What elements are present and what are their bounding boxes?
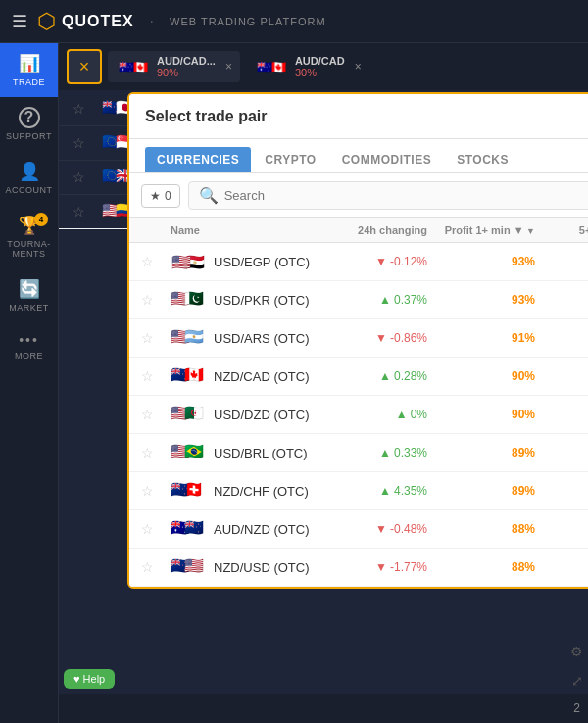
pair-name[interactable]: 🇺🇸 🇵🇰 USD/PKR (OTC) — [171, 289, 319, 311]
modal-tab-stocks[interactable]: STOCKS — [445, 147, 520, 172]
star-icon: ★ — [150, 189, 161, 203]
arrow-down-icon: ▼ — [375, 560, 387, 574]
th-change[interactable]: 24h changing — [319, 224, 427, 236]
table-row: ☆ 🇺🇸 🇵🇰 USD/PKR (OTC) ▲0.37% 93% 93% — [129, 281, 588, 319]
favorite-star[interactable]: ☆ — [141, 330, 171, 346]
change-value: ▲0.33% — [319, 446, 427, 459]
profit-value: 88% — [427, 522, 535, 536]
fivemin-value: 92% — [535, 369, 588, 383]
favorite-star[interactable]: ☆ — [73, 101, 102, 117]
fivemin-value: 93% — [535, 293, 588, 307]
profit-value: 90% — [427, 369, 535, 383]
tab-name-1: AUD/CAD... — [157, 55, 216, 67]
sidebar: 📊 TRADE ? SUPPORT 👤 ACCOUNT 🏆 TOURNA-MEN… — [0, 43, 59, 723]
search-icon: 🔍 — [199, 186, 219, 205]
logo-text: QUOTEX — [62, 13, 134, 30]
profit-value: 93% — [427, 255, 535, 268]
fivemin-value: 90% — [535, 331, 588, 345]
tab-close-1[interactable]: × — [225, 60, 232, 73]
profit-value: 91% — [427, 331, 535, 345]
pair-name[interactable]: 🇳🇿 🇺🇸 NZD/USD (OTC) — [171, 556, 319, 578]
help-button[interactable]: ♥ Help — [64, 669, 115, 689]
select-trade-pair-modal: Select trade pair × CURRENCIES CRYPTO CO… — [127, 92, 588, 589]
change-value: ▲0% — [319, 408, 427, 421]
arrow-up-icon: ▲ — [379, 369, 391, 383]
favorite-star[interactable]: ☆ — [141, 445, 171, 460]
table-row: ☆ 🇺🇸 🇦🇷 USD/ARS (OTC) ▼-0.86% 91% 90% — [129, 319, 588, 358]
sidebar-item-label-account: ACCOUNT — [6, 185, 53, 195]
modal-title: Select trade pair — [145, 108, 268, 125]
sidebar-item-account[interactable]: 👤 ACCOUNT — [0, 151, 58, 205]
table-header: Name 24h changing Profit 1+ min ▼ 5+ min — [129, 218, 588, 243]
pair-name[interactable]: 🇺🇸 🇩🇿 USD/DZD (OTC) — [171, 404, 319, 425]
fivemin-value: 93% — [535, 255, 588, 268]
th-profit[interactable]: Profit 1+ min ▼ — [427, 224, 535, 236]
pair-name[interactable]: 🇺🇸 🇧🇷 USD/BRL (OTC) — [171, 442, 319, 463]
th-fivemin[interactable]: 5+ min — [535, 224, 588, 236]
tab-info-2: AUD/CAD 30% — [295, 55, 345, 78]
flag-pair: 🇺🇸 🇪🇬 — [171, 251, 206, 272]
search-input[interactable] — [224, 188, 588, 203]
modal-tab-commodities[interactable]: COMMODITIES — [330, 147, 444, 172]
logo-icon: ⬡ — [37, 9, 56, 34]
pair-label: NZD/USD (OTC) — [214, 560, 310, 575]
change-value: ▼-0.86% — [319, 331, 427, 345]
pair-name[interactable]: 🇳🇿 🇨🇦 NZD/CAD (OTC) — [171, 365, 319, 387]
favorite-star[interactable]: ☆ — [141, 407, 171, 422]
table-row: ☆ 🇺🇸 🇪🇬 USD/EGP (OTC) ▼-0.12% 93% 93% — [129, 243, 588, 281]
change-value: ▲0.37% — [319, 293, 427, 307]
sidebar-item-support[interactable]: ? SUPPORT — [0, 97, 58, 151]
arrow-down-icon: ▼ — [375, 255, 387, 268]
modal-tab-crypto[interactable]: CRYPTO — [253, 147, 327, 172]
sidebar-item-market[interactable]: 🔄 MARKET — [0, 268, 58, 322]
content-area: × 🇦🇺 🇨🇦 AUD/CAD... 90% × 🇦🇺 🇨🇦 — [59, 43, 588, 723]
table-row: ☆ 🇳🇿 🇨🇦 NZD/CAD (OTC) ▲0.28% 90% 92% — [129, 358, 588, 396]
gear-icon[interactable]: ⚙ — [570, 644, 583, 659]
flag1: 🇺🇸 — [171, 251, 192, 272]
flag-pair: 🇺🇸 🇧🇷 — [171, 442, 206, 463]
arrow-up-icon: ▲ — [379, 446, 391, 459]
pairs-table: Name 24h changing Profit 1+ min ▼ 5+ min… — [129, 218, 588, 587]
tab-item-2[interactable]: 🇦🇺 🇨🇦 AUD/CAD 30% × — [246, 51, 369, 82]
sidebar-item-more[interactable]: ••• MORE — [0, 322, 58, 370]
favorite-star[interactable]: ☆ — [73, 169, 102, 185]
change-value: ▲4.35% — [319, 484, 427, 498]
pair-name[interactable]: 🇳🇿 🇨🇭 NZD/CHF (OTC) — [171, 480, 319, 502]
tab-item-1[interactable]: 🇦🇺 🇨🇦 AUD/CAD... 90% × — [108, 51, 240, 82]
favorite-star[interactable]: ☆ — [73, 204, 102, 219]
resize-icon[interactable]: ⤢ — [571, 673, 583, 689]
favorite-star[interactable]: ☆ — [141, 559, 171, 575]
pair-name[interactable]: 🇺🇸 🇪🇬 USD/EGP (OTC) — [171, 251, 319, 272]
change-value: ▼-1.77% — [319, 560, 427, 574]
favorite-star[interactable]: ☆ — [141, 368, 171, 384]
flag2: 🇦🇷 — [184, 327, 204, 346]
sidebar-item-label-more: MORE — [15, 351, 43, 361]
arrow-up-icon: ▲ — [379, 293, 391, 307]
page-number: 2 — [573, 701, 580, 715]
fivemin-value: 89% — [535, 484, 588, 498]
pair-name[interactable]: 🇺🇸 🇦🇷 USD/ARS (OTC) — [171, 327, 319, 349]
sidebar-item-trade[interactable]: 📊 TRADE — [0, 43, 58, 97]
pair-name[interactable]: 🇦🇺 🇳🇿 AUD/NZD (OTC) — [171, 518, 319, 540]
favorites-filter-button[interactable]: ★ 0 — [141, 184, 180, 208]
bottom-bar: 2 — [59, 694, 588, 723]
tournaments-badge: 4 — [34, 213, 48, 226]
flag2: 🇨🇭 — [184, 480, 204, 499]
favorite-star[interactable]: ☆ — [73, 135, 102, 151]
modal-tab-currencies[interactable]: CURRENCIES — [145, 147, 251, 172]
search-row: ★ 0 🔍 — [129, 173, 588, 218]
favorite-star[interactable]: ☆ — [141, 483, 171, 499]
tab-add-button[interactable]: × — [67, 49, 102, 84]
trade-icon: 📊 — [19, 53, 40, 74]
favorite-star[interactable]: ☆ — [141, 254, 171, 269]
tab-pct-2: 30% — [295, 67, 345, 78]
search-input-wrap: 🔍 — [188, 181, 588, 210]
sidebar-item-tournaments[interactable]: 🏆 TOURNA-MENTS 4 — [0, 205, 58, 268]
favorite-star[interactable]: ☆ — [141, 521, 171, 537]
tab-flag-pair-1: 🇦🇺 🇨🇦 — [116, 56, 151, 77]
tab-flag1-2: 🇦🇺 — [254, 56, 275, 77]
tabs-bar: × 🇦🇺 🇨🇦 AUD/CAD... 90% × 🇦🇺 🇨🇦 — [59, 43, 588, 90]
favorite-star[interactable]: ☆ — [141, 292, 171, 308]
tab-close-2[interactable]: × — [355, 60, 362, 73]
hamburger-icon[interactable]: ☰ — [12, 11, 27, 32]
